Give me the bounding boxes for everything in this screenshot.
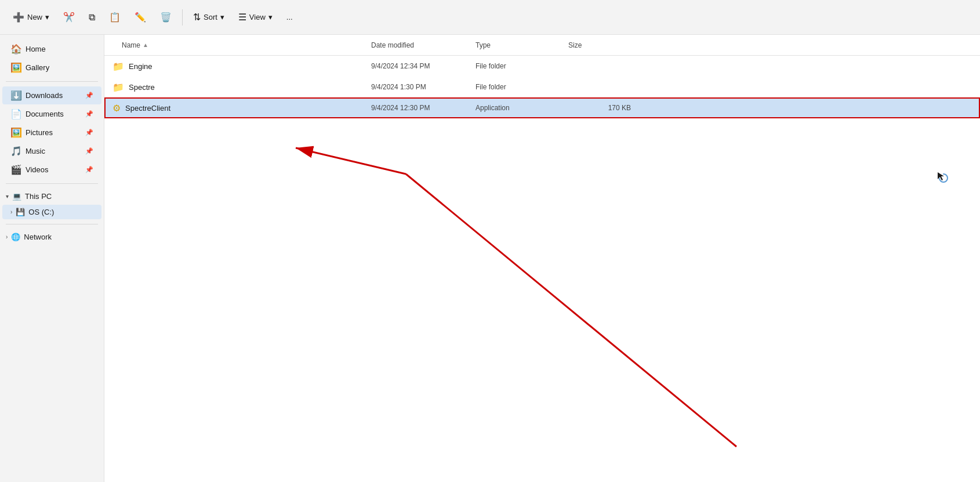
this-pc-icon: 💻 <box>12 192 21 201</box>
sort-label: Sort <box>204 13 217 21</box>
table-row[interactable]: 📁 Engine 9/4/2024 12:34 PM File folder <box>104 56 980 77</box>
sidebar-this-pc-header[interactable]: ▾ 💻 This PC <box>0 189 104 204</box>
documents-icon: 📄 <box>10 108 21 119</box>
view-button[interactable]: ☰ View ▾ <box>233 8 278 26</box>
new-dropdown-arrow: ▾ <box>45 13 49 21</box>
this-pc-arrow: ▾ <box>6 193 9 200</box>
documents-pin-icon: 📌 <box>85 110 93 118</box>
new-button[interactable]: ➕ New ▾ <box>7 8 55 26</box>
cut-button[interactable]: ✂️ <box>57 8 81 26</box>
sidebar-item-os-c[interactable]: › 💾 OS (C:) <box>2 205 101 219</box>
file-name-cell: 📁 Spectre <box>104 82 371 93</box>
home-icon: 🏠 <box>10 44 21 55</box>
paste-button[interactable]: 📋 <box>103 8 126 26</box>
view-dropdown-arrow: ▾ <box>268 13 273 21</box>
sidebar-item-videos[interactable]: 🎬 Videos 📌 <box>2 161 101 179</box>
documents-label: Documents <box>26 110 64 118</box>
sidebar-network-header[interactable]: › 🌐 Network <box>0 229 104 245</box>
os-c-expand-arrow: › <box>10 209 12 215</box>
col-name-label: Name <box>122 41 140 49</box>
music-label: Music <box>26 147 45 155</box>
sidebar-divider-3 <box>6 224 98 224</box>
table-row[interactable]: ⚙ SpectreClient 9/4/2024 12:30 PM Applic… <box>104 97 980 118</box>
folder-icon: 📁 <box>112 82 124 93</box>
music-icon: 🎵 <box>10 146 21 157</box>
view-label: View <box>249 13 266 21</box>
pictures-label: Pictures <box>26 128 53 137</box>
network-label: Network <box>24 233 52 241</box>
sidebar-item-music[interactable]: 🎵 Music 📌 <box>2 142 101 160</box>
sidebar-item-downloads[interactable]: ⬇️ Downloads 📌 <box>2 86 101 104</box>
toolbar: ➕ New ▾ ✂️ ⧉ 📋 ✏️ 🗑️ ⇅ Sort ▾ ☰ View ▾ .… <box>0 0 980 35</box>
downloads-pin-icon: 📌 <box>85 92 93 99</box>
view-icon: ☰ <box>238 12 246 23</box>
col-name-header[interactable]: Name ▲ <box>104 41 371 49</box>
this-pc-label: This PC <box>25 192 52 201</box>
videos-icon: 🎬 <box>10 164 21 175</box>
downloads-icon: ⬇️ <box>10 90 21 101</box>
delete-button[interactable]: 🗑️ <box>154 8 177 26</box>
col-date-label: Date modified <box>371 41 414 49</box>
file-date: 9/4/2024 1:30 PM <box>371 83 476 91</box>
pictures-icon: 🖼️ <box>10 127 21 138</box>
file-size: 170 KB <box>568 104 638 112</box>
paste-icon: 📋 <box>109 12 121 23</box>
network-icon: 🌐 <box>11 233 20 241</box>
file-name-cell: ⚙ SpectreClient <box>104 103 371 114</box>
copy-button[interactable]: ⧉ <box>83 9 101 26</box>
gallery-label: Gallery <box>26 63 49 72</box>
folder-icon: 📁 <box>112 61 124 72</box>
sidebar: 🏠 Home 🖼️ Gallery ⬇️ Downloads 📌 📄 Docum… <box>0 35 104 482</box>
sidebar-divider-1 <box>6 81 98 82</box>
sort-button[interactable]: ⇅ Sort ▾ <box>187 8 230 26</box>
col-size-label: Size <box>568 41 582 49</box>
column-headers: Name ▲ Date modified Type Size <box>104 35 980 56</box>
pictures-pin-icon: 📌 <box>85 129 93 136</box>
delete-icon: 🗑️ <box>160 12 172 23</box>
sidebar-divider-2 <box>6 183 98 184</box>
os-c-icon: 💾 <box>16 208 25 216</box>
table-row[interactable]: 📁 Spectre 9/4/2024 1:30 PM File folder <box>104 77 980 97</box>
sort-dropdown-arrow: ▾ <box>220 13 224 21</box>
sidebar-item-documents[interactable]: 📄 Documents 📌 <box>2 105 101 123</box>
file-name: Spectre <box>129 83 155 92</box>
more-label: ... <box>286 13 293 21</box>
col-name-sort-arrow: ▲ <box>143 42 148 48</box>
home-label: Home <box>26 45 46 53</box>
file-name: SpectreClient <box>125 104 170 113</box>
file-name: Engine <box>129 62 152 71</box>
music-pin-icon: 📌 <box>85 147 93 155</box>
gallery-icon: 🖼️ <box>10 62 21 73</box>
file-name-cell: 📁 Engine <box>104 61 371 72</box>
network-arrow: › <box>6 234 8 240</box>
new-icon: ➕ <box>13 12 24 23</box>
copy-icon: ⧉ <box>89 12 95 23</box>
cut-icon: ✂️ <box>63 12 75 23</box>
file-list[interactable]: 📁 Engine 9/4/2024 12:34 PM File folder 📁… <box>104 56 980 482</box>
os-c-label: OS (C:) <box>28 208 54 216</box>
file-date: 9/4/2024 12:30 PM <box>371 104 476 112</box>
col-size-header[interactable]: Size <box>568 41 638 49</box>
content-area: Name ▲ Date modified Type Size 📁 Engine … <box>104 35 980 482</box>
new-label: New <box>27 13 42 21</box>
rename-button[interactable]: ✏️ <box>129 8 152 26</box>
application-icon: ⚙ <box>112 103 121 114</box>
more-button[interactable]: ... <box>281 9 299 25</box>
sidebar-item-pictures[interactable]: 🖼️ Pictures 📌 <box>2 124 101 142</box>
col-type-label: Type <box>476 41 491 49</box>
col-date-header[interactable]: Date modified <box>371 41 476 49</box>
videos-label: Videos <box>26 165 49 174</box>
downloads-label: Downloads <box>26 91 63 100</box>
file-type: Application <box>476 104 568 112</box>
sidebar-item-gallery[interactable]: 🖼️ Gallery <box>2 59 101 77</box>
col-type-header[interactable]: Type <box>476 41 568 49</box>
sort-icon: ⇅ <box>193 12 201 23</box>
videos-pin-icon: 📌 <box>85 166 93 173</box>
sidebar-item-home[interactable]: 🏠 Home <box>2 40 101 58</box>
file-date: 9/4/2024 12:34 PM <box>371 62 476 70</box>
rename-icon: ✏️ <box>135 12 146 23</box>
file-type: File folder <box>476 62 568 70</box>
file-type: File folder <box>476 83 568 91</box>
toolbar-separator-1 <box>182 9 183 26</box>
main-area: 🏠 Home 🖼️ Gallery ⬇️ Downloads 📌 📄 Docum… <box>0 35 980 482</box>
